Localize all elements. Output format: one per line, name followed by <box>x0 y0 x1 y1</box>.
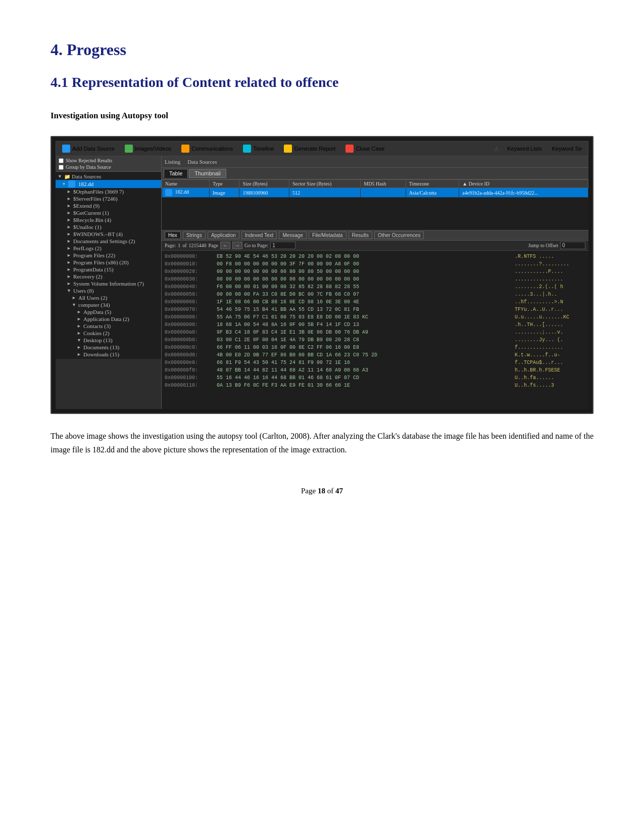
hex-row: 0x00000110: 0A 13 B9 F6 0C FE F3 AA E9 F… <box>165 382 585 389</box>
generate-report-button[interactable]: Generate Report <box>282 144 337 154</box>
keyword-se-button[interactable]: Keyword Se <box>550 145 584 153</box>
cell-size: 1988100960 <box>239 188 289 198</box>
tree-item-perflogs[interactable]: ► PerfLogs (2) <box>56 245 161 252</box>
listing-tabs: Listing Data Sources <box>162 156 588 168</box>
jump-offset-input[interactable] <box>560 242 585 249</box>
tree-item-label: $Unalloc (1) <box>73 224 102 230</box>
expand-icon: ► <box>77 331 82 336</box>
tree-item-downloads[interactable]: ► Downloads (15) <box>56 351 161 358</box>
generate-report-label: Generate Report <box>294 146 335 152</box>
add-data-source-button[interactable]: Add Data Source <box>60 144 117 154</box>
tree-item-appdata[interactable]: ► AppData (5) <box>56 308 161 315</box>
expand-icon: ► <box>77 323 82 329</box>
hex-tab-occurrences[interactable]: Other Occurrences <box>374 231 424 239</box>
hex-row: 0x000000c0: 66 FF 06 11 00 03 16 0F 00 8… <box>165 344 585 351</box>
hex-row: 0x000000d0: 4B 00 E0 2D 0B 77 EF 86 B0 0… <box>165 351 585 359</box>
tree-item-getcurrent[interactable]: ► $GetCurrent (1) <box>56 209 161 216</box>
timeline-button[interactable]: Timeline <box>241 144 276 154</box>
tree-item-sysvolinfo[interactable]: ► System Volume Information (7) <box>56 280 161 287</box>
tree-item-label: PerfLogs (2) <box>73 245 102 251</box>
tree-item-label: Program Files (22) <box>73 252 115 258</box>
hex-tab-results[interactable]: Results <box>349 231 372 239</box>
group-by-check[interactable]: Group by Data Source <box>59 164 158 170</box>
hex-row: 0x00000060: 1F 1E 68 66 00 CB 88 16 0E C… <box>165 298 585 306</box>
images-videos-button[interactable]: Images/Videos <box>123 144 174 154</box>
page-label: Page: <box>165 243 176 248</box>
tree-item-label: Contacts (3) <box>83 323 111 329</box>
tree-item-label: $Extend (9) <box>73 203 100 209</box>
jump-offset-label: Jump to Offset <box>528 243 558 248</box>
table-tab[interactable]: Table <box>164 169 188 178</box>
communications-button[interactable]: Communications <box>179 144 235 154</box>
tree-item-cookies[interactable]: ► Cookies (2) <box>56 330 161 337</box>
page-total: 47 <box>335 487 343 495</box>
page-prev-button[interactable]: ← <box>220 242 230 249</box>
tree-item-orphan[interactable]: ► $OrphanFiles (3669 7) <box>56 188 161 195</box>
chapter-title-text: Progress <box>67 40 126 59</box>
tree-item-label: Application Data (2) <box>83 316 129 322</box>
page-current: 1 <box>178 243 180 248</box>
file-table: Name Type Size (Bytes) Sector Size (Byte… <box>162 179 588 198</box>
sidebar-toolbar: Show Rejected Results Group by Data Sour… <box>56 156 161 172</box>
page-next-button[interactable]: → <box>232 242 242 249</box>
tree-item-182dd[interactable]: ▼ 182.dd <box>56 180 161 188</box>
tree-item-label: Documents (13) <box>83 344 119 350</box>
col-device-id: ▲ Device ID <box>459 180 588 188</box>
main-panel: Listing Data Sources Table Thumbnail Nam… <box>162 156 588 409</box>
thumbnail-tab[interactable]: Thumbnail <box>189 169 226 178</box>
data-sources-root[interactable]: ▼ 📁 Data Sources <box>56 173 161 180</box>
generate-report-icon <box>284 145 292 153</box>
expand-icon: ► <box>67 267 72 272</box>
hex-tab-metadata[interactable]: File/Metadata <box>309 231 346 239</box>
tree-item-documents[interactable]: ► Documents (13) <box>56 344 161 351</box>
tree-item-progdata[interactable]: ► ProgramData (15) <box>56 266 161 273</box>
close-case-button[interactable]: Close Case <box>343 144 386 154</box>
tree-item-recovery[interactable]: ► Recovery (2) <box>56 273 161 280</box>
hex-row: 0x00000080: 55 AA 75 06 F7 C1 01 00 75 0… <box>165 313 585 321</box>
tree-item-docsettings[interactable]: ► Documents and Settings (2) <box>56 238 161 245</box>
subsection-label: Investigation using Autopsy tool <box>51 111 593 121</box>
tree-item-users[interactable]: ▼ Users (8) <box>56 287 161 294</box>
tree-item-server[interactable]: ► $ServerFiles (7246) <box>56 195 161 202</box>
hex-tab-application[interactable]: Application <box>208 231 239 239</box>
hex-row: 0x000000f0: 48 07 BB 14 44 82 11 44 68 A… <box>165 366 585 374</box>
tree-item-desktop[interactable]: ▼ Desktop (13) <box>56 337 161 344</box>
hex-tab-strings[interactable]: Strings <box>183 231 206 239</box>
tree-item-progfiles86[interactable]: ► Program Files (x86) (20) <box>56 259 161 266</box>
expand-icon: ► <box>67 189 72 194</box>
hex-tab-indexed[interactable]: Indexed Text <box>241 231 277 239</box>
tree-item-computer[interactable]: ▼ computer (34) <box>56 301 161 308</box>
goto-page-input[interactable] <box>270 242 295 249</box>
group-by-checkbox[interactable] <box>59 165 64 170</box>
table-row[interactable]: 182.dd Image 1988100960 512 Asia/Calcutt… <box>162 188 588 198</box>
show-rejected-checkbox[interactable] <box>59 158 64 163</box>
show-rejected-check[interactable]: Show Rejected Results <box>59 158 158 163</box>
keyword-lists-button[interactable]: Keyword Lists <box>505 145 543 153</box>
tree-item-appdata2[interactable]: ► Application Data (2) <box>56 315 161 322</box>
hex-row: 0x00000020: 00 00 00 00 00 00 00 00 80 0… <box>165 268 585 275</box>
tree-item-label: Documents and Settings (2) <box>73 238 135 244</box>
file-icon <box>165 189 172 196</box>
hex-area: Hex Strings Application Indexed Text Mes… <box>162 230 588 409</box>
cell-type: Image <box>209 188 239 198</box>
col-timezone: Timezone <box>406 180 459 188</box>
col-name: Name <box>162 180 210 188</box>
close-case-label: Close Case <box>356 146 384 152</box>
tree-item-winbt[interactable]: ► $WINDOWS.~BT (4) <box>56 230 161 238</box>
expand-icon: ▼ <box>62 181 67 187</box>
tree-item-progfiles[interactable]: ► Program Files (22) <box>56 252 161 259</box>
tree-item-contacts[interactable]: ► Contacts (3) <box>56 322 161 330</box>
tree-item-unalloc[interactable]: ► $Unalloc (1) <box>56 223 161 230</box>
tree-item-recycle[interactable]: ► $Recycle.Bin (4) <box>56 216 161 223</box>
footer-text: Page 18 of 47 <box>301 487 343 495</box>
tree-item-label: $OrphanFiles (3669 7) <box>73 189 124 195</box>
hex-tab-message[interactable]: Message <box>279 231 307 239</box>
tree-item-label: $GetCurrent (1) <box>73 210 109 216</box>
tree-item-extend[interactable]: ► $Extend (9) <box>56 202 161 209</box>
cell-timezone: Asia/Calcutta <box>406 188 459 198</box>
hex-tab-hex[interactable]: Hex <box>165 231 181 239</box>
expand-icon: ► <box>67 281 72 286</box>
tree-item-allusers[interactable]: ► All Users (2) <box>56 294 161 301</box>
hex-navigation: Page: 1 of 1215440 Page ← → Go to Page: … <box>162 241 588 251</box>
communications-icon <box>181 145 189 153</box>
